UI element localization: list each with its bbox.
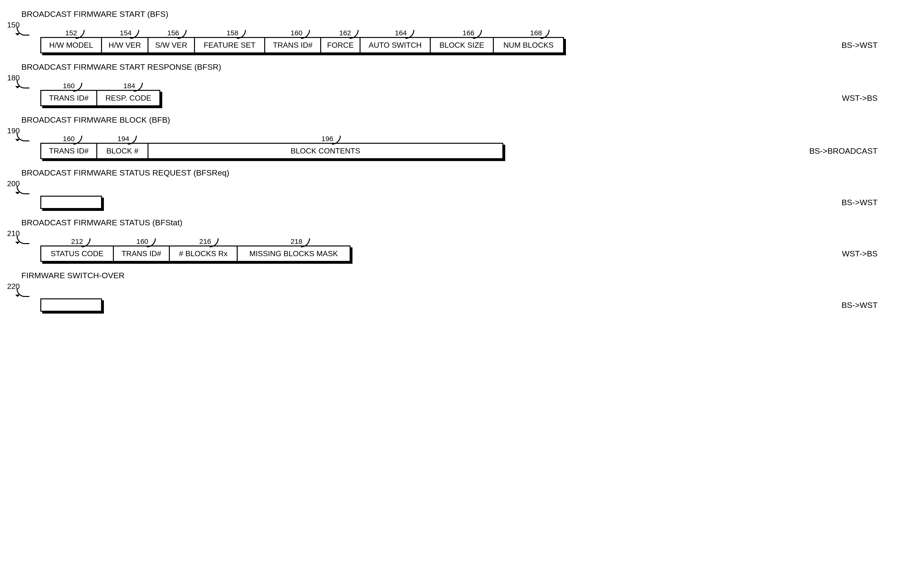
field-box: RESP. CODE <box>96 90 160 106</box>
message-fields: H/W MODELH/W VERS/W VERFEATURE SETTRANS … <box>7 37 563 53</box>
arrow-icon <box>17 133 29 143</box>
message-title-row: FIRMWARE SWITCH-OVER <box>7 271 900 280</box>
field-ref-number: 184 <box>97 82 161 90</box>
arrow-icon <box>17 186 29 196</box>
field-box: FEATURE SET <box>194 37 265 53</box>
field-box: MISSING BLOCKS MASK <box>237 245 351 262</box>
field-box: TRANS ID# <box>113 245 170 262</box>
field-ref-number: 158 <box>197 29 268 37</box>
field-box: # BLOCKS Rx <box>169 245 238 262</box>
message-block: BROADCAST FIRMWARE BLOCK (BFB)1901601941… <box>7 115 900 159</box>
field-ref-number: 160 <box>114 237 171 245</box>
field-ref-number: 160 <box>268 29 325 37</box>
field-ref-number: 168 <box>500 29 572 37</box>
message-block: BROADCAST FIRMWARE STATUS (BFStat)210212… <box>7 218 900 262</box>
message-title: BROADCAST FIRMWARE STATUS REQUEST (BFSRe… <box>7 168 229 178</box>
message-title: FIRMWARE SWITCH-OVER <box>7 271 125 280</box>
field-box: H/W VER <box>101 37 149 53</box>
field-box: TRANS ID# <box>40 90 97 106</box>
message-direction: WST->BS <box>837 93 885 103</box>
arrow-icon <box>17 289 29 298</box>
message-block: BROADCAST FIRMWARE START (BFS)1501521541… <box>7 10 900 53</box>
arrow-icon <box>17 80 29 90</box>
message-fields: TRANS ID#BLOCK #BLOCK CONTENTS <box>7 143 502 159</box>
firmware-broadcast-message-diagram: BROADCAST FIRMWARE START (BFS)1501521541… <box>7 10 900 312</box>
message-title-row: BROADCAST FIRMWARE START RESPONSE (BFSR) <box>7 62 900 72</box>
message-direction: BS->WST <box>837 198 885 207</box>
field-ref-number: 196 <box>149 135 505 143</box>
message-title-row: BROADCAST FIRMWARE BLOCK (BFB) <box>7 115 900 125</box>
field-box: H/W MODEL <box>40 37 102 53</box>
field-ref-number: 166 <box>436 29 500 37</box>
message-title: BROADCAST FIRMWARE BLOCK (BFB) <box>7 115 170 125</box>
arrow-icon <box>17 27 29 37</box>
message-title: BROADCAST FIRMWARE START (BFS) <box>7 10 168 19</box>
message-title: BROADCAST FIRMWARE START RESPONSE (BFSR) <box>7 62 221 72</box>
field-box: NUM BLOCKS <box>493 37 564 53</box>
field-box: BLOCK CONTENTS <box>147 143 503 159</box>
message-fields <box>7 196 101 209</box>
message-fields <box>7 298 101 312</box>
message-fields: TRANS ID#RESP. CODE <box>7 90 159 106</box>
field-ref-number: 160 <box>40 82 97 90</box>
message-block: BROADCAST FIRMWARE STATUS REQUEST (BFSRe… <box>7 168 900 209</box>
field-box: AUTO SWITCH <box>360 37 431 53</box>
field-ref-number: 218 <box>240 237 353 245</box>
message-block: BROADCAST FIRMWARE START RESPONSE (BFSR)… <box>7 62 900 106</box>
message-direction: BS->WST <box>837 301 885 310</box>
field-box: FORCE <box>320 37 361 53</box>
message-fields: STATUS CODETRANS ID## BLOCKS RxMISSING B… <box>7 245 349 262</box>
field-ref-number: 152 <box>40 29 102 37</box>
field-box <box>40 196 102 209</box>
field-ref-number: 162 <box>325 29 365 37</box>
field-box: TRANS ID# <box>264 37 321 53</box>
field-ref-number: 160 <box>40 135 97 143</box>
arrow-icon <box>17 236 29 245</box>
message-direction: BS->BROADCAST <box>804 146 885 155</box>
field-ref-number: 216 <box>171 237 240 245</box>
field-box <box>40 298 102 312</box>
message-block: FIRMWARE SWITCH-OVER220BS->WST <box>7 271 900 312</box>
message-direction: WST->BS <box>837 249 885 258</box>
field-box: BLOCK SIZE <box>430 37 494 53</box>
field-box: S/W VER <box>147 37 195 53</box>
field-ref-number: 194 <box>97 135 149 143</box>
message-title-row: BROADCAST FIRMWARE START (BFS) <box>7 10 900 19</box>
message-title: BROADCAST FIRMWARE STATUS (BFStat) <box>7 218 183 227</box>
field-box: STATUS CODE <box>40 245 114 262</box>
field-box: BLOCK # <box>96 143 149 159</box>
message-title-row: BROADCAST FIRMWARE STATUS REQUEST (BFSRe… <box>7 168 900 178</box>
message-direction: BS->WST <box>837 40 885 50</box>
field-box: TRANS ID# <box>40 143 97 159</box>
field-ref-number: 156 <box>149 29 197 37</box>
field-ref-number: 212 <box>40 237 114 245</box>
message-title-row: BROADCAST FIRMWARE STATUS (BFStat) <box>7 218 900 227</box>
field-ref-number: 154 <box>102 29 149 37</box>
field-ref-number: 164 <box>365 29 436 37</box>
